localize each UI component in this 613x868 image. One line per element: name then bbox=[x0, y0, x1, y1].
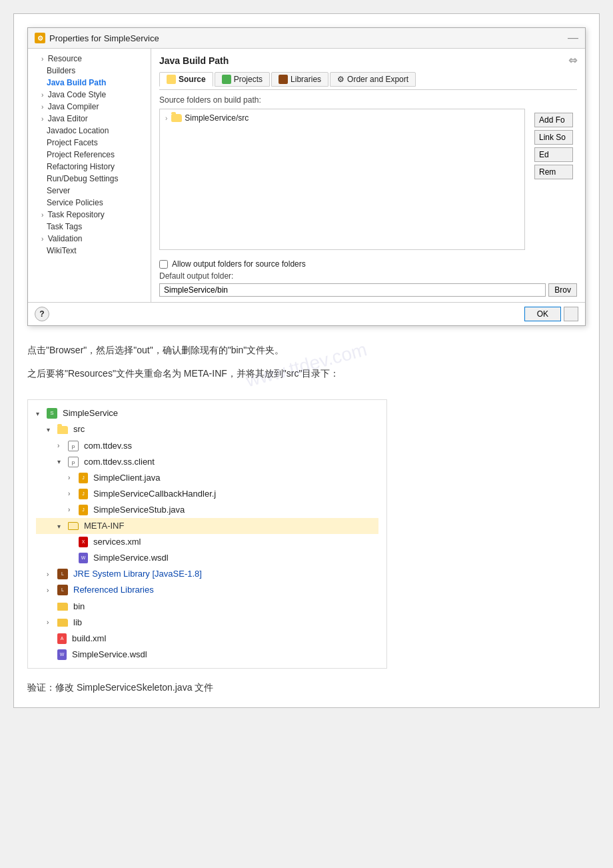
sidebar-item-java-code-style[interactable]: › Java Code Style bbox=[28, 89, 151, 101]
footer-buttons: OK bbox=[524, 307, 578, 321]
sidebar-item-run-debug[interactable]: Run/Debug Settings bbox=[28, 173, 151, 185]
tree-item-src: ▾ src bbox=[36, 421, 378, 437]
source-tab-icon bbox=[167, 75, 176, 84]
wsdl-icon: W bbox=[57, 649, 67, 660]
output-row: Brov bbox=[159, 283, 577, 297]
remove-button[interactable]: Rem bbox=[534, 165, 573, 179]
sidebar-item-java-editor[interactable]: › Java Editor bbox=[28, 113, 151, 125]
folder-icon bbox=[57, 619, 68, 627]
add-folder-button[interactable]: Add Fo bbox=[534, 113, 573, 127]
tree-label: com.ttdev.ss bbox=[84, 439, 132, 453]
default-output-label: Default output folder: bbox=[159, 271, 577, 281]
help-button[interactable]: ? bbox=[35, 307, 49, 321]
right-panel-title: Java Build Path ⇔ bbox=[159, 54, 577, 67]
edit-button[interactable]: Ed bbox=[534, 147, 573, 162]
java-icon: J bbox=[79, 473, 88, 483]
chevron-icon: › bbox=[165, 115, 167, 122]
allow-output-row: Allow output folders for source folders bbox=[159, 259, 577, 269]
tree-label: com.ttdev.ss.client bbox=[84, 455, 155, 469]
sidebar-item-javadoc[interactable]: Javadoc Location bbox=[28, 125, 151, 137]
folder-icon bbox=[57, 603, 68, 611]
chevron-icon: › bbox=[41, 235, 43, 243]
chevron-icon: › bbox=[47, 617, 55, 628]
wsdl-icon: W bbox=[79, 553, 88, 563]
tree-item-callback-handler: › J SimpleServiceCallbackHandler.j bbox=[36, 486, 378, 502]
link-source-button[interactable]: Link So bbox=[534, 130, 573, 145]
tab-libraries[interactable]: Libraries bbox=[271, 72, 328, 87]
sidebar-item-task-repo[interactable]: › Task Repository bbox=[28, 209, 151, 221]
tree-label: SimpleService.wsdl bbox=[72, 647, 147, 662]
projects-tab-icon bbox=[222, 75, 231, 84]
sidebar-item-resource[interactable]: › Resource bbox=[28, 53, 151, 65]
chevron-icon: ▾ bbox=[57, 456, 65, 467]
tree-item-services-xml: X services.xml bbox=[36, 534, 378, 550]
dialog-body: › Resource Builders Java Build Path › Ja… bbox=[28, 49, 585, 302]
tree-label: lib bbox=[73, 615, 82, 630]
dialog-titlebar: ⚙ Properties for SimpleService — bbox=[28, 28, 585, 49]
tree-item-com-ttdev-ss-client: ▾ p com.ttdev.ss.client bbox=[36, 454, 378, 470]
tree-item-build-xml: A build.xml bbox=[36, 631, 378, 647]
java-icon: J bbox=[79, 489, 88, 499]
file-tree: ▾ S SimpleService ▾ src › p com.ttdev.ss… bbox=[27, 399, 387, 669]
tree-label: SimpleServiceStub.java bbox=[93, 503, 185, 517]
tab-order-export[interactable]: ⚙ Order and Export bbox=[330, 72, 416, 87]
src-folder-icon bbox=[57, 426, 68, 434]
sidebar-item-java-compiler[interactable]: › Java Compiler bbox=[28, 101, 151, 113]
chevron-icon: › bbox=[41, 103, 43, 111]
cancel-button[interactable] bbox=[564, 307, 578, 321]
tree-item-wsdl-meta: W SimpleService.wsdl bbox=[36, 550, 378, 566]
description-line2: 之后要将"Resources"文件夹重命名为 META-INF，并将其放到"sr… bbox=[27, 365, 586, 382]
sidebar-item-validation[interactable]: › Validation bbox=[28, 233, 151, 245]
chevron-icon bbox=[68, 553, 76, 564]
folder-icon bbox=[68, 522, 79, 530]
tree-item-jre: › L JRE System Library [JavaSE-1.8] bbox=[36, 566, 378, 582]
chevron-icon: › bbox=[47, 569, 55, 580]
tree-item-meta-inf: ▾ META-INF bbox=[36, 518, 378, 534]
chevron-icon: › bbox=[41, 91, 43, 99]
chevron-right-icon: › bbox=[41, 55, 43, 63]
source-folders-label: Source folders on build path: bbox=[159, 95, 577, 105]
description-area: www.ttdev.com 点击"Browser"，然后选择"out"，确认删除… bbox=[27, 342, 586, 389]
libraries-tab-icon bbox=[279, 75, 288, 84]
chevron-icon: › bbox=[68, 488, 76, 499]
dialog-title-icon: ⚙ bbox=[35, 33, 45, 43]
sidebar-item-builders[interactable]: Builders bbox=[28, 65, 151, 77]
sidebar-item-service-policies[interactable]: Service Policies bbox=[28, 197, 151, 209]
lib-icon: L bbox=[57, 569, 68, 579]
output-path-input[interactable] bbox=[159, 283, 546, 297]
folder-icon bbox=[171, 114, 182, 122]
restore-icon[interactable]: ⇔ bbox=[568, 54, 577, 67]
browse-button[interactable]: Brov bbox=[548, 283, 577, 297]
chevron-icon bbox=[68, 537, 76, 548]
chevron-icon: ▾ bbox=[57, 521, 65, 532]
tab-source[interactable]: Source bbox=[159, 72, 213, 87]
tree-item-bin: bin bbox=[36, 599, 378, 615]
ok-button[interactable]: OK bbox=[524, 307, 561, 321]
sidebar-item-wikitext[interactable]: WikiText bbox=[28, 245, 151, 257]
allow-output-checkbox[interactable] bbox=[159, 260, 168, 269]
tab-projects[interactable]: Projects bbox=[215, 72, 270, 87]
left-panel: › Resource Builders Java Build Path › Ja… bbox=[28, 49, 151, 302]
chevron-icon: › bbox=[41, 115, 43, 123]
java-icon: J bbox=[79, 505, 88, 515]
tree-label: SimpleService.wsdl bbox=[93, 551, 169, 565]
sidebar-item-java-build-path[interactable]: Java Build Path bbox=[28, 77, 151, 89]
tree-item-stub: › J SimpleServiceStub.java bbox=[36, 502, 378, 518]
chevron-icon: ▾ bbox=[36, 408, 44, 419]
chevron-icon: › bbox=[47, 585, 55, 596]
tabs-row: Source Projects Libraries ⚙ Order and Ex… bbox=[159, 72, 577, 90]
sidebar-item-project-facets[interactable]: Project Facets bbox=[28, 137, 151, 149]
properties-dialog: ⚙ Properties for SimpleService — › Resou… bbox=[27, 27, 586, 326]
dialog-footer: ? OK bbox=[28, 302, 585, 325]
minimize-icon[interactable]: — bbox=[568, 32, 578, 44]
sidebar-item-task-tags[interactable]: Task Tags bbox=[28, 221, 151, 233]
lib-icon: L bbox=[57, 585, 68, 595]
sidebar-item-refactoring[interactable]: Refactoring History bbox=[28, 161, 151, 173]
chevron-icon: › bbox=[68, 504, 76, 515]
right-buttons: Add Fo Link So Ed Rem bbox=[530, 109, 577, 255]
sidebar-item-project-refs[interactable]: Project References bbox=[28, 149, 151, 161]
chevron-icon bbox=[47, 649, 55, 660]
tree-label: src bbox=[73, 422, 85, 437]
sidebar-item-server[interactable]: Server bbox=[28, 185, 151, 197]
tree-label: JRE System Library [JavaSE-1.8] bbox=[73, 567, 202, 581]
